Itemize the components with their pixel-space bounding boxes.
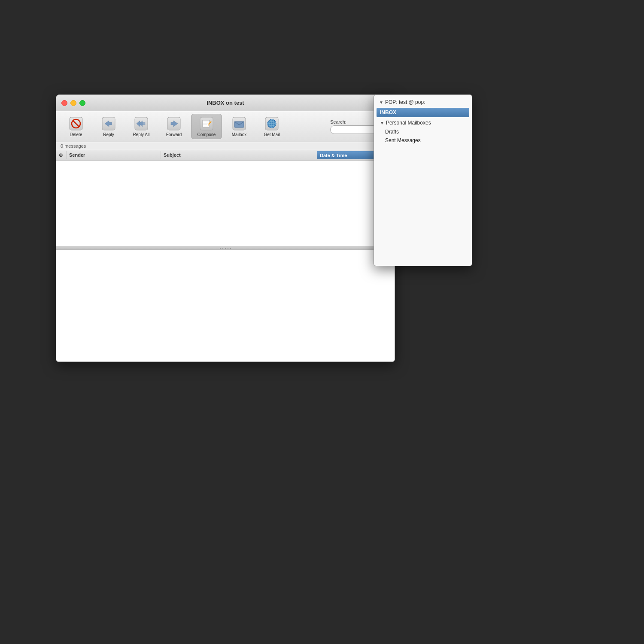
desktop: INBOX on test (0, 0, 644, 644)
reply-label: Reply (103, 132, 114, 137)
message-count: 0 messages (56, 142, 395, 150)
sidebar-item-drafts[interactable]: Drafts (377, 128, 469, 136)
reply-all-label: Reply All (133, 132, 150, 137)
forward-icon (166, 116, 182, 131)
window-buttons (61, 100, 85, 106)
reply-all-icon (134, 116, 149, 131)
reply-button[interactable]: Reply (93, 114, 124, 139)
inbox-item[interactable]: INBOX (377, 108, 469, 117)
message-list-header: ⊕ Sender Subject Date & Time ▲ (56, 150, 395, 161)
get-mail-button[interactable]: Get Mail (256, 114, 287, 139)
resize-dots-icon (219, 247, 232, 249)
compose-label: Compose (197, 132, 216, 137)
personal-mailboxes-section[interactable]: ▼ Personal Mailboxes (377, 118, 469, 128)
window-title: INBOX on test (207, 100, 244, 106)
section-label: Personal Mailboxes (386, 120, 431, 126)
preview-pane (56, 250, 395, 361)
search-label: Search: (330, 119, 346, 125)
maximize-button[interactable] (79, 100, 85, 106)
account-label: POP: test @ pop: (385, 99, 425, 105)
section-expand-icon: ▼ (380, 121, 384, 125)
forward-label: Forward (166, 132, 182, 137)
message-list[interactable] (56, 161, 395, 246)
col-sender[interactable]: Sender (67, 151, 161, 159)
title-bar: INBOX on test (56, 95, 395, 111)
delete-button[interactable]: Delete (61, 114, 91, 139)
mailbox-drawer: ▼ POP: test @ pop: INBOX ▼ Personal Mail… (374, 94, 472, 266)
account-expand-icon: ▼ (379, 100, 383, 105)
resize-handle[interactable] (56, 246, 395, 250)
delete-icon (68, 116, 84, 131)
sidebar-item-sent-messages[interactable]: Sent Messages (377, 136, 469, 145)
compose-button[interactable]: Compose (191, 114, 222, 139)
col-status[interactable]: ⊕ (56, 151, 67, 159)
mailbox-icon (231, 116, 247, 131)
mailbox-label: Mailbox (232, 132, 246, 137)
mailbox-button[interactable]: Mailbox (224, 114, 255, 139)
compose-icon (199, 116, 214, 131)
get-mail-icon (264, 116, 279, 131)
inbox-label: INBOX (380, 109, 396, 115)
reply-all-button[interactable]: Reply All (126, 114, 157, 139)
reply-icon (101, 116, 116, 131)
delete-label: Delete (70, 132, 82, 137)
toolbar: Delete Reply (56, 111, 395, 142)
get-mail-label: Get Mail (264, 132, 279, 137)
minimize-button[interactable] (70, 100, 76, 106)
col-subject[interactable]: Subject (161, 151, 317, 159)
close-button[interactable] (61, 100, 67, 106)
main-mail-window: INBOX on test (56, 94, 395, 362)
account-item[interactable]: ▼ POP: test @ pop: (377, 97, 469, 107)
forward-button[interactable]: Forward (158, 114, 189, 139)
sidebar-inner: ▼ POP: test @ pop: INBOX ▼ Personal Mail… (374, 95, 472, 147)
